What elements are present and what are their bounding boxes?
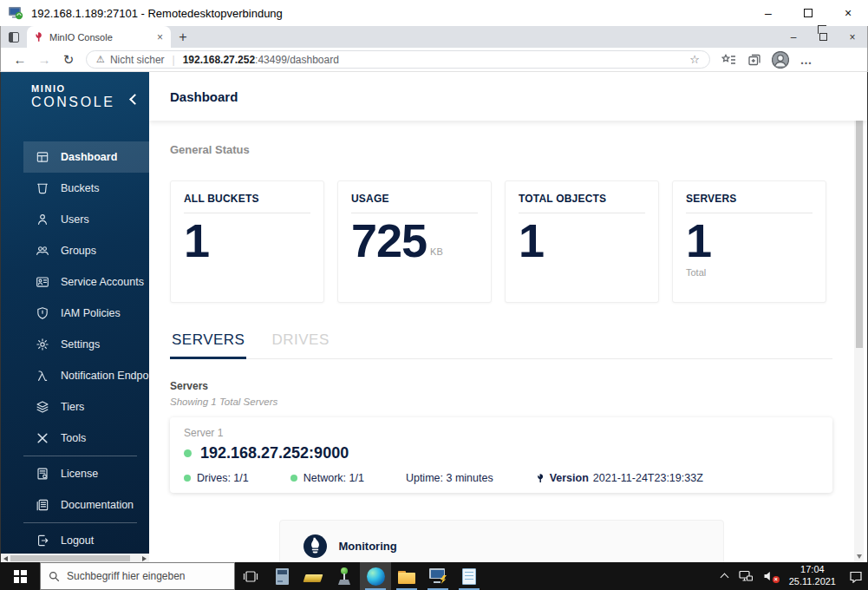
- rdp-maximize-button[interactable]: [788, 0, 828, 26]
- sidebar-item-dashboard[interactable]: Dashboard: [23, 141, 149, 173]
- minio-console-page: MINIO CONSOLE Dashboard Buckets Users: [0, 72, 868, 562]
- minio-favicon: [33, 31, 44, 43]
- restore-icon: [819, 33, 827, 41]
- collections-icon: [747, 53, 761, 67]
- tab-close-button[interactable]: ×: [155, 31, 165, 43]
- forward-button[interactable]: →: [32, 49, 56, 71]
- reload-button[interactable]: ↻: [56, 49, 81, 71]
- action-center-button[interactable]: [844, 562, 868, 590]
- browser-restore-button[interactable]: [808, 26, 838, 48]
- sidebar-item-settings[interactable]: Settings: [23, 329, 149, 360]
- monitoring-section[interactable]: Monitoring: [279, 520, 724, 562]
- rdp-session: 192.168.1.189:27101 - Remotedesktopverbi…: [0, 0, 868, 590]
- windows-taskbar: × 17:04 25.11.2021: [0, 562, 868, 590]
- browser-minimize-button[interactable]: –: [779, 26, 808, 48]
- taskbar-item-remote-desktop[interactable]: [422, 562, 454, 590]
- rdp-minimize-button[interactable]: –: [748, 0, 788, 26]
- sidebar-item-label: Logout: [61, 534, 94, 547]
- search-icon: [49, 571, 60, 582]
- sidebar-item-notification-endpoints[interactable]: Notification Endpoints: [23, 360, 149, 391]
- scroll-left-arrow-icon[interactable]: [3, 556, 8, 561]
- new-tab-button[interactable]: +: [171, 26, 195, 48]
- sidebar-item-label: License: [61, 468, 98, 480]
- profile-avatar-icon: [772, 51, 789, 69]
- taskbar-clock[interactable]: 17:04 25.11.2021: [781, 564, 844, 588]
- scroll-down-arrow-icon[interactable]: [857, 554, 862, 559]
- rdp-titlebar: 192.168.1.189:27101 - Remotedesktopverbi…: [0, 0, 868, 26]
- taskbar-search-box[interactable]: [40, 562, 235, 590]
- sidebar-item-groups[interactable]: Groups: [23, 235, 149, 266]
- taskbar-item-joystick-app[interactable]: [329, 562, 360, 590]
- sidebar-item-users[interactable]: Users: [23, 204, 149, 235]
- add-favorite-star-icon[interactable]: ☆: [689, 53, 700, 66]
- card-usage: USAGE 725 KB: [337, 180, 492, 303]
- sidebar-item-logout[interactable]: Logout: [23, 525, 149, 556]
- browser-toolbar: ← → ↻ ⚠ Nicht sicher | 192.168.27.252 :4…: [0, 48, 868, 72]
- card-value: 1: [184, 215, 209, 266]
- scroll-right-arrow-icon[interactable]: [142, 556, 147, 561]
- gold-bar-icon: [303, 574, 323, 582]
- start-button[interactable]: [0, 562, 40, 590]
- tray-show-hidden-icons[interactable]: [716, 562, 734, 590]
- taskbar-item-edge[interactable]: [360, 562, 391, 590]
- sidebar: MINIO CONSOLE Dashboard Buckets Users: [1, 72, 149, 562]
- page-vertical-scrollbar[interactable]: [854, 72, 864, 562]
- sidebar-item-documentation[interactable]: Documentation: [23, 489, 149, 521]
- card-value: 1: [519, 215, 544, 266]
- tab-servers[interactable]: SERVERS: [170, 331, 246, 359]
- page-header: Dashboard: [149, 72, 867, 121]
- settings-menu-button[interactable]: …: [793, 49, 819, 71]
- sidebar-item-buckets[interactable]: Buckets: [23, 173, 149, 204]
- sidebar-item-service-accounts[interactable]: Service Accounts: [23, 266, 149, 298]
- logo-minio-text: MINIO: [31, 83, 149, 95]
- collections-button[interactable]: [741, 49, 767, 71]
- card-servers: SERVERS 1 Total: [672, 180, 826, 303]
- user-icon: [35, 213, 49, 227]
- taskbar-app-icons: [266, 562, 485, 590]
- sidebar-collapse-chevron[interactable]: [127, 94, 138, 104]
- sidebar-item-tools[interactable]: Tools: [23, 423, 149, 454]
- address-separator: |: [173, 54, 175, 66]
- tab-actions-menu-button[interactable]: [1, 26, 27, 48]
- profile-button[interactable]: [767, 49, 793, 71]
- card-all-buckets: ALL BUCKETS 1: [170, 180, 324, 303]
- drives-status-dot: [184, 475, 191, 482]
- browser-tab-minio-console[interactable]: MinIO Console ×: [27, 26, 171, 48]
- sidebar-item-label: Buckets: [61, 182, 99, 194]
- taskbar-item-computer[interactable]: [266, 562, 297, 590]
- card-value: 1: [686, 215, 711, 266]
- card-title: TOTAL OBJECTS: [519, 193, 645, 205]
- favorites-bar-button[interactable]: [715, 49, 741, 71]
- layers-icon: [35, 400, 49, 415]
- sidebar-horizontal-scrollbar[interactable]: [1, 554, 149, 562]
- scrollbar-thumb[interactable]: [856, 83, 863, 348]
- tools-icon: [35, 431, 49, 446]
- sidebar-divider: [23, 456, 137, 456]
- taskbar-item-gold-app[interactable]: [297, 562, 329, 590]
- taskbar-item-file-explorer[interactable]: [391, 562, 422, 590]
- tray-volume-button[interactable]: ×: [758, 562, 781, 590]
- sidebar-item-label: Groups: [61, 245, 96, 257]
- folder-icon: [398, 571, 415, 584]
- sidebar-item-iam-policies[interactable]: IAM Policies: [23, 298, 149, 329]
- search-input[interactable]: [67, 570, 214, 582]
- sidebar-menu: Dashboard Buckets Users Groups Service A…: [1, 141, 149, 556]
- not-secure-label[interactable]: Nicht sicher: [110, 54, 165, 66]
- sidebar-item-tiers[interactable]: Tiers: [23, 391, 149, 423]
- gear-icon: [35, 338, 49, 352]
- tab-drives[interactable]: DRIVES: [270, 331, 330, 358]
- back-button[interactable]: ←: [8, 49, 32, 71]
- browser-close-button[interactable]: ×: [838, 26, 867, 48]
- tab-actions-icon: [9, 32, 19, 43]
- sidebar-item-license[interactable]: License: [23, 458, 149, 489]
- tray-network-button[interactable]: [734, 562, 758, 590]
- rdp-close-button[interactable]: ×: [828, 0, 868, 26]
- address-bar[interactable]: ⚠ Nicht sicher | 192.168.27.252 :43499/d…: [86, 50, 710, 69]
- network-value: Network: 1/1: [303, 472, 364, 484]
- scrollbar-thumb[interactable]: [10, 555, 130, 561]
- chevron-up-icon: [721, 573, 728, 580]
- taskbar-item-notepad[interactable]: [454, 562, 485, 590]
- task-view-button[interactable]: [235, 562, 266, 590]
- server-network-stat: Network: 1/1: [290, 472, 364, 484]
- logout-icon: [35, 534, 49, 548]
